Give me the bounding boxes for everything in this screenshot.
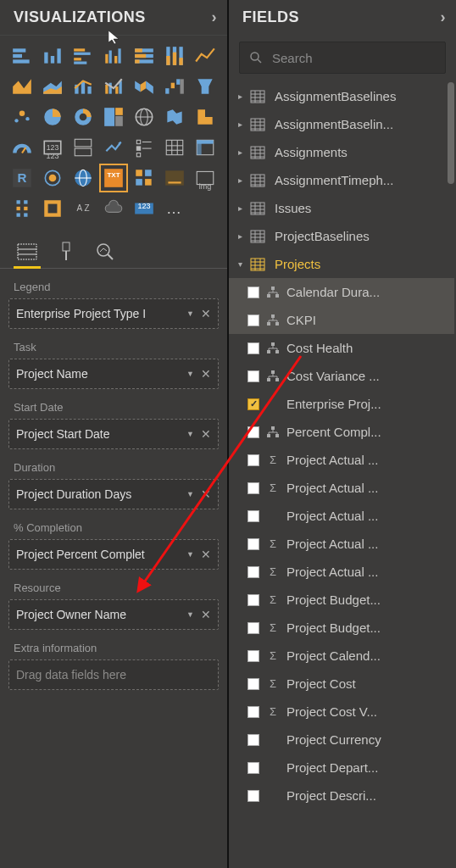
field-checkbox[interactable] [247,287,259,298]
field-checkbox[interactable] [247,454,259,466]
field-row[interactable]: Project Depart... [229,754,454,782]
clustered-bar-chart-icon[interactable] [70,42,97,70]
area-chart-icon[interactable] [8,73,36,100]
field-row[interactable]: ΣProject Cost V... [229,698,454,726]
analytics-tab[interactable] [93,241,117,263]
custom-visual-txt-icon[interactable]: TXT [100,164,127,192]
field-checkbox[interactable] [247,734,259,746]
pie-chart-icon[interactable] [39,103,66,131]
dropdown-icon[interactable]: ▼ [186,309,194,318]
field-row[interactable]: ΣProject Actual ... [229,530,454,558]
more-visuals-icon[interactable]: … [161,195,188,222]
stacked-bar-chart-icon[interactable] [8,42,36,70]
field-row[interactable]: ΣProject Budget... [229,586,454,614]
chevron-right-icon[interactable]: ▸ [234,92,246,101]
kpi-icon[interactable] [100,134,127,161]
dropdown-icon[interactable]: ▼ [186,370,194,378]
python-visual-icon[interactable] [39,164,66,192]
key-influencers-icon[interactable] [70,164,97,192]
field-row[interactable]: Percent Compl... [229,418,454,446]
field-checkbox[interactable] [247,566,259,578]
chevron-down-icon[interactable]: ▾ [234,259,246,269]
field-well[interactable]: Project Start Date▼✕ [8,419,219,449]
remove-field-icon[interactable]: ✕ [201,487,211,501]
scrollbar-thumb[interactable] [448,82,454,184]
custom-visual-1-icon[interactable] [131,164,158,192]
field-row[interactable]: Project Descri... [229,782,454,810]
field-checkbox[interactable] [247,650,259,662]
field-checkbox[interactable] [247,594,259,606]
hundred-stacked-column-icon[interactable] [161,42,188,70]
funnel-chart-icon[interactable] [192,73,219,100]
treemap-icon[interactable] [100,103,127,131]
custom-visual-3-icon[interactable] [8,195,36,222]
field-row[interactable]: ΣProject Actual ... [229,558,454,586]
table-row[interactable]: ▸ProjectBaselines [229,222,454,250]
field-well[interactable]: Project Percent Complet▼✕ [8,539,219,570]
line-stacked-column-icon[interactable] [70,73,97,100]
number-card-icon[interactable]: 123 [131,195,158,222]
field-row[interactable]: ΣProject Actual ... [229,446,454,474]
matrix-icon[interactable] [192,134,219,161]
remove-field-icon[interactable]: ✕ [201,608,211,621]
table-row[interactable]: ▾Projects [229,250,454,278]
table-icon[interactable] [161,134,188,161]
fields-search[interactable] [239,42,446,74]
stacked-column-chart-icon[interactable] [39,42,66,70]
field-checkbox[interactable] [247,510,259,522]
collapse-visualizations-icon[interactable]: › [212,8,218,26]
ribbon-chart-icon[interactable] [131,73,158,100]
field-row[interactable]: Calendar Dura... [229,278,454,306]
hundred-stacked-bar-icon[interactable] [131,42,158,70]
field-row[interactable]: Project Currency [229,726,454,754]
field-row[interactable]: Cost Health [229,334,454,362]
scatter-chart-icon[interactable] [8,103,36,131]
field-checkbox[interactable] [247,790,259,802]
sort-az-icon[interactable]: A Z [70,195,97,222]
fields-scrollbar[interactable] [446,82,454,868]
table-row[interactable]: ▸Issues [229,194,454,222]
fields-search-input[interactable] [272,51,437,65]
fields-tab[interactable] [15,241,39,263]
chevron-right-icon[interactable]: ▸ [234,231,246,241]
table-row[interactable]: ▸AssignmentTimeph... [229,166,454,194]
dropdown-icon[interactable]: ▼ [186,550,194,559]
field-checkbox[interactable] [247,370,259,382]
line-chart-icon[interactable] [192,42,219,70]
cloud-visual-icon[interactable] [100,195,127,222]
shape-map-icon[interactable] [192,103,219,131]
field-checkbox[interactable] [247,622,259,634]
field-checkbox[interactable] [247,426,259,438]
table-row[interactable]: ▸AssignmentBaselin... [229,110,454,138]
dropdown-icon[interactable]: ▼ [186,490,194,498]
field-checkbox[interactable] [247,706,259,718]
field-row[interactable]: ΣProject Cost [229,670,454,698]
field-well[interactable]: Project Name▼✕ [8,359,219,389]
dropdown-icon[interactable]: ▼ [186,610,194,619]
chevron-right-icon[interactable]: ▸ [234,203,246,213]
custom-visual-4-icon[interactable] [39,195,66,222]
chevron-right-icon[interactable]: ▸ [234,147,246,157]
gauge-icon[interactable] [8,134,36,161]
chevron-right-icon[interactable]: ▸ [234,120,246,129]
stacked-area-chart-icon[interactable] [39,73,66,100]
donut-chart-icon[interactable] [70,103,97,131]
custom-visual-img-icon[interactable]: img [192,164,219,192]
field-well[interactable]: Project Owner Name▼✕ [8,599,219,630]
field-row[interactable]: ΣProject Calend... [229,642,454,670]
remove-field-icon[interactable]: ✕ [201,367,211,381]
multi-row-card-icon[interactable] [70,134,97,161]
waterfall-chart-icon[interactable] [161,73,188,100]
field-well[interactable]: Project Duration Days▼✕ [8,479,219,509]
field-checkbox[interactable] [247,314,259,326]
remove-field-icon[interactable]: ✕ [201,548,211,561]
field-well[interactable]: Drag data fields here [8,659,219,690]
table-row[interactable]: ▸Assignments [229,138,454,166]
remove-field-icon[interactable]: ✕ [201,307,211,320]
format-tab[interactable] [54,241,78,263]
field-row[interactable]: ΣProject Actual ... [229,474,454,502]
field-checkbox[interactable] [247,678,259,690]
field-row[interactable]: Project Actual ... [229,502,454,530]
slicer-icon[interactable] [131,134,158,161]
field-checkbox[interactable] [247,482,259,494]
